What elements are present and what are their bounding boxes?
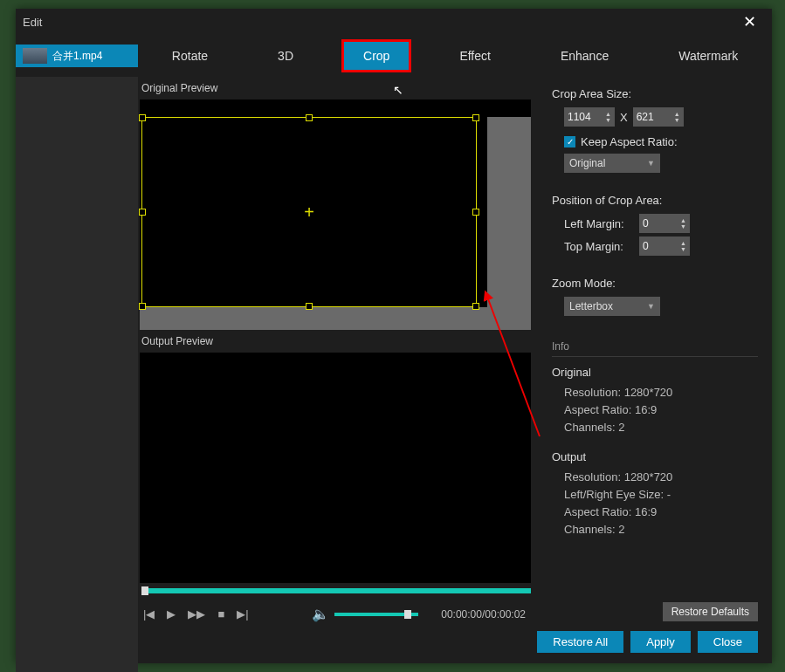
- zoom-mode-select[interactable]: Letterbox ▼: [564, 297, 660, 316]
- resize-handle-t[interactable]: [306, 114, 313, 121]
- position-label: Position of Crop Area:: [552, 194, 758, 207]
- crop-height-input[interactable]: 621 ▲▼: [633, 107, 684, 127]
- info-header: Info: [552, 340, 758, 357]
- tab-rotate[interactable]: Rotate: [153, 42, 227, 70]
- chevron-down-icon: ▼: [647, 159, 655, 168]
- resize-handle-bl[interactable]: [139, 303, 146, 310]
- info-original-resolution: Resolution: 1280*720: [564, 384, 758, 401]
- output-preview-label: Output Preview: [138, 330, 538, 353]
- info-original-title: Original: [552, 366, 758, 379]
- timeline-track[interactable]: [140, 588, 531, 593]
- stepper-icon[interactable]: ▲▼: [605, 111, 611, 123]
- crop-center-icon: +: [304, 202, 314, 223]
- info-original: Original Resolution: 1280*720 Aspect Rat…: [552, 366, 758, 436]
- info-output-aspect: Aspect Ratio: 16:9: [564, 504, 758, 521]
- tab-enhance[interactable]: Enhance: [541, 42, 628, 70]
- apply-button[interactable]: Apply: [630, 631, 691, 653]
- tab-effect[interactable]: Effect: [440, 42, 510, 70]
- stepper-icon[interactable]: ▲▼: [674, 111, 680, 123]
- stepper-icon[interactable]: ▲▼: [680, 240, 686, 252]
- footer-buttons: Restore All Apply Close: [537, 631, 758, 653]
- resize-handle-r[interactable]: [472, 209, 479, 216]
- stop-icon[interactable]: ■: [217, 607, 224, 621]
- stepper-icon[interactable]: ▲▼: [680, 217, 686, 230]
- volume-control: 🔈: [312, 606, 418, 622]
- top-margin-value: 0: [643, 240, 649, 252]
- volume-slider[interactable]: [334, 613, 418, 616]
- close-button[interactable]: Close: [698, 631, 758, 653]
- info-output-channels: Channels: 2: [564, 521, 758, 538]
- zoom-mode-label: Zoom Mode:: [552, 277, 758, 290]
- original-preview[interactable]: +: [140, 99, 531, 330]
- zoom-mode-value: Letterbox: [569, 300, 613, 312]
- skip-start-icon[interactable]: |◀: [143, 607, 155, 621]
- tab-3d[interactable]: 3D: [258, 42, 313, 70]
- left-margin-label: Left Margin:: [564, 217, 634, 230]
- info-output: Output Resolution: 1280*720 Left/Right E…: [552, 450, 758, 538]
- edit-window: Edit ✕ 合并1.mp4 Rotate 3D Crop Effect Enh…: [16, 9, 772, 663]
- crop-height-value: 621: [637, 111, 654, 123]
- resize-handle-tr[interactable]: [472, 114, 479, 121]
- settings-panel: Crop Area Size: 1104 ▲▼ X 621 ▲▼ ✓ Keep …: [538, 77, 772, 672]
- main-tabs: Rotate 3D Crop Effect Enhance Watermark: [138, 35, 772, 77]
- tab-crop[interactable]: Crop: [344, 42, 409, 70]
- crop-width-value: 1104: [568, 111, 591, 123]
- keep-ratio-checkbox[interactable]: ✓: [564, 136, 575, 147]
- play-icon[interactable]: ▶: [167, 607, 176, 621]
- body: Original Preview + Output Preview: [16, 77, 772, 672]
- resize-handle-b[interactable]: [306, 303, 313, 310]
- original-preview-label: Original Preview: [138, 77, 538, 99]
- restore-defaults-button[interactable]: Restore Defaults: [663, 602, 758, 621]
- info-output-title: Output: [552, 450, 758, 463]
- output-preview: [140, 353, 531, 583]
- fast-forward-icon[interactable]: ▶▶: [188, 607, 205, 621]
- aspect-ratio-select[interactable]: Original ▼: [564, 154, 660, 173]
- crop-rectangle[interactable]: +: [141, 117, 477, 307]
- info-output-resolution: Resolution: 1280*720: [564, 469, 758, 486]
- skip-end-icon[interactable]: ▶|: [237, 607, 248, 621]
- timeline-playhead[interactable]: [141, 586, 148, 595]
- restore-all-button[interactable]: Restore All: [537, 631, 623, 653]
- file-thumbnail: [23, 48, 47, 64]
- file-tab[interactable]: 合并1.mp4: [16, 45, 138, 67]
- info-original-channels: Channels: 2: [564, 419, 758, 436]
- by-separator: X: [620, 111, 628, 124]
- unselected-area-bottom: [140, 307, 531, 330]
- top-margin-label: Top Margin:: [564, 240, 634, 253]
- tabs-row: 合并1.mp4 Rotate 3D Crop Effect Enhance Wa…: [16, 35, 772, 77]
- resize-handle-l[interactable]: [139, 209, 146, 216]
- file-name: 合并1.mp4: [52, 49, 102, 64]
- left-margin-value: 0: [643, 217, 649, 230]
- aspect-ratio-value: Original: [569, 157, 605, 169]
- speaker-icon[interactable]: 🔈: [312, 606, 329, 622]
- crop-width-input[interactable]: 1104 ▲▼: [564, 107, 615, 127]
- crop-size-label: Crop Area Size:: [552, 87, 758, 100]
- timeline-progress: [147, 588, 531, 593]
- titlebar: Edit ✕: [16, 9, 772, 35]
- center-panel: Original Preview + Output Preview: [138, 77, 538, 672]
- chevron-down-icon: ▼: [647, 302, 655, 311]
- unselected-area-right: [487, 117, 531, 330]
- keep-ratio-label: Keep Aspect Ratio:: [581, 135, 678, 148]
- tab-watermark[interactable]: Watermark: [659, 42, 757, 70]
- info-original-aspect: Aspect Ratio: 16:9: [564, 401, 758, 419]
- timecode: 00:00:00/00:00:02: [441, 608, 526, 621]
- resize-handle-br[interactable]: [472, 303, 479, 310]
- player-controls: |◀ ▶ ▶▶ ■ ▶| 🔈 00:00:00/00:00:02: [138, 593, 538, 622]
- close-icon[interactable]: ✕: [734, 9, 765, 35]
- volume-knob[interactable]: [404, 610, 411, 619]
- info-output-lreye: Left/Right Eye Size: -: [564, 486, 758, 504]
- left-sidebar: [16, 77, 138, 672]
- resize-handle-tl[interactable]: [139, 114, 146, 121]
- top-margin-input[interactable]: 0 ▲▼: [639, 237, 690, 256]
- window-title: Edit: [23, 16, 42, 29]
- left-margin-input[interactable]: 0 ▲▼: [639, 214, 690, 233]
